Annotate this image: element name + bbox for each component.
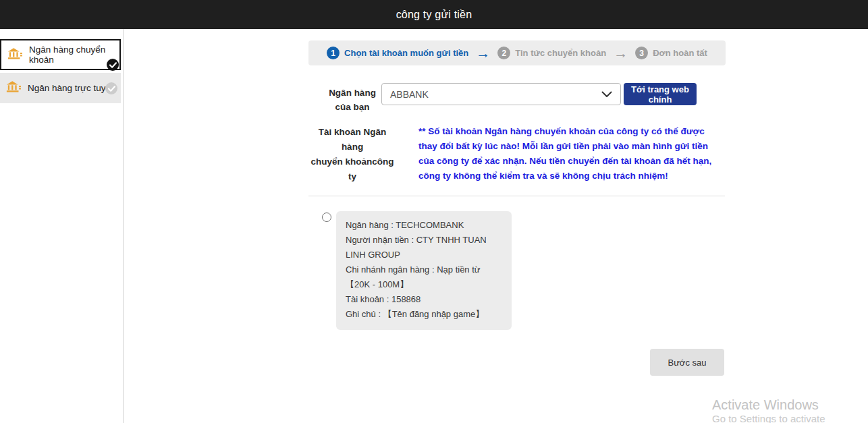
step-3-label: Đơn hoàn tất bbox=[653, 48, 707, 58]
account-field-label-line2: chuyển khoảncông ty bbox=[308, 154, 396, 184]
step-1: 1 Chọn tài khoản muốn gửi tiền bbox=[327, 47, 468, 59]
bank-icon bbox=[6, 80, 21, 96]
bank-card-bank: Ngân hàng : TECHCOMBANK bbox=[346, 218, 502, 233]
step-1-label: Chọn tài khoản muốn gửi tiền bbox=[344, 48, 468, 58]
sidebar-item-online-bank[interactable]: Ngân hàng trực tuyến bbox=[0, 73, 121, 103]
section-divider bbox=[308, 196, 725, 196]
account-field-label-line1: Tài khoản Ngân hàng bbox=[308, 125, 396, 154]
chevron-down-icon bbox=[601, 88, 612, 101]
step-3-number: 3 bbox=[635, 47, 648, 59]
sidebar-item-label: Ngân hàng trực tuyến bbox=[28, 83, 116, 93]
watermark-line2: Go to Settings to activate Windows bbox=[712, 413, 868, 423]
bank-card-account-number: Tài khoản : 158868 bbox=[346, 292, 502, 307]
step-1-number: 1 bbox=[327, 47, 340, 59]
stepper: 1 Chọn tài khoản muốn gửi tiền → 2 Tin t… bbox=[308, 40, 726, 65]
bank-option-radio[interactable] bbox=[322, 213, 331, 222]
page-title: công ty gửi tiền bbox=[396, 9, 472, 21]
bank-icon bbox=[7, 47, 22, 63]
watermark-line1: Activate Windows bbox=[712, 397, 868, 413]
app-header: công ty gửi tiền bbox=[0, 0, 868, 29]
bank-option-card[interactable]: Ngân hàng : TECHCOMBANK Người nhận tiền … bbox=[336, 211, 512, 330]
bank-card-recipient: Người nhận tiền : CTY TNHH TUAN LINH GRO… bbox=[346, 233, 502, 262]
bank-card-branch: Chi nhánh ngân hàng : Nạp tiền từ 【20K -… bbox=[346, 262, 502, 292]
arrow-right-icon: → bbox=[614, 46, 628, 60]
check-icon bbox=[105, 82, 117, 94]
activate-windows-watermark: Activate Windows Go to Settings to activ… bbox=[712, 397, 868, 423]
arrow-right-icon: → bbox=[476, 46, 490, 60]
sidebar-item-label: Ngân hàng chuyển khoản bbox=[29, 45, 119, 65]
check-icon bbox=[107, 59, 119, 71]
step-2-number: 2 bbox=[497, 47, 510, 59]
step-2: 2 Tin tức chuyển khoản bbox=[497, 47, 606, 59]
sidebar-divider bbox=[123, 29, 124, 423]
main-site-button[interactable]: Tới trang web chính bbox=[624, 83, 697, 105]
bank-select-value: ABBANK bbox=[390, 89, 601, 100]
account-warning-text: ** Số tài khoản Ngân hàng chuyển khoản c… bbox=[418, 124, 724, 184]
screen: công ty gửi tiền Ngân hàng chuyển khoản bbox=[0, 0, 868, 423]
sidebar-item-bank-transfer[interactable]: Ngân hàng chuyển khoản bbox=[0, 39, 121, 70]
next-step-button[interactable]: Bước sau bbox=[650, 349, 724, 376]
bank-card-note: Ghi chú : 【Tên đăng nhập game】 bbox=[346, 307, 502, 322]
step-2-label: Tin tức chuyển khoản bbox=[515, 48, 606, 58]
step-3: 3 Đơn hoàn tất bbox=[635, 47, 707, 59]
bank-select[interactable]: ABBANK bbox=[381, 83, 621, 105]
account-field-label: Tài khoản Ngân hàng chuyển khoảncông ty bbox=[308, 125, 396, 184]
